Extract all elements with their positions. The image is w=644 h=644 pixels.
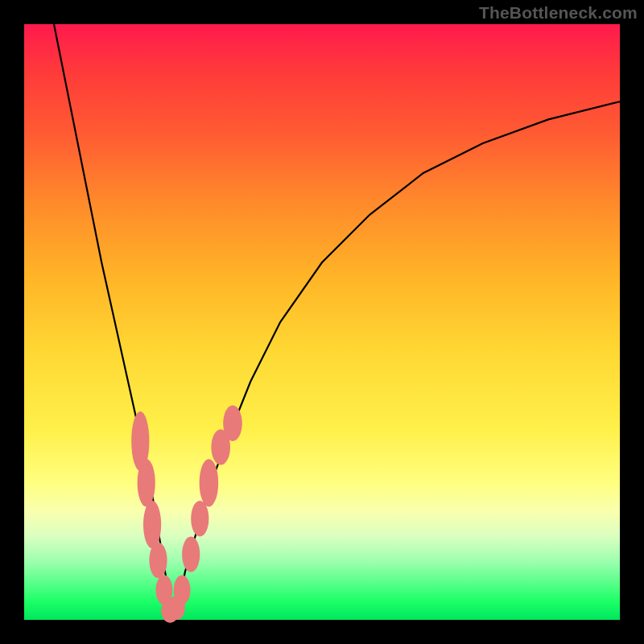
plot-area [24,24,620,620]
curve-marker [174,576,191,605]
curve-marker [223,406,242,441]
curve-marker [149,543,167,578]
curve-marker [200,459,219,506]
curve-marker [143,501,161,548]
curve-marker [191,501,208,536]
bottleneck-curve [54,24,620,614]
curve-marker [138,459,155,506]
watermark-text: TheBottleneck.com [479,3,638,23]
curve-svg [24,24,620,620]
outer-frame: TheBottleneck.com [0,0,644,644]
marker-group [131,406,242,623]
curve-marker [182,536,200,572]
